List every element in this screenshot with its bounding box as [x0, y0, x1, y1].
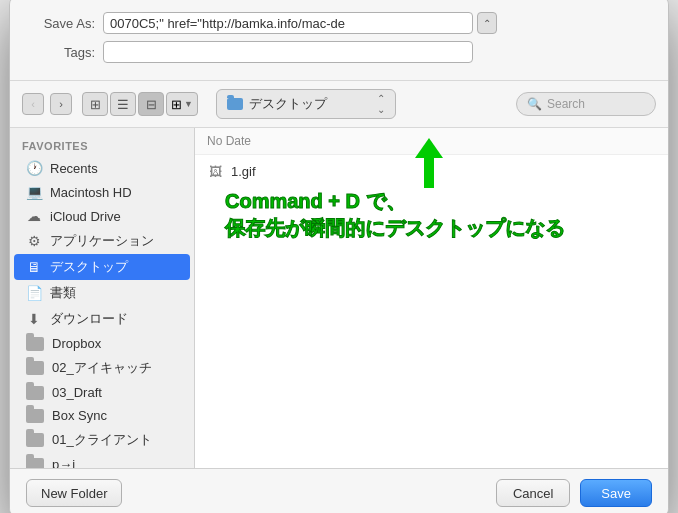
search-box[interactable]: 🔍 Search: [516, 92, 656, 116]
cancel-button[interactable]: Cancel: [496, 479, 570, 507]
save-as-row: Save As: ⌃: [30, 12, 648, 34]
file-1gif-icon: 🖼: [207, 163, 223, 179]
sidebar-item-icloud-drive[interactable]: ☁ iCloud Drive: [14, 204, 190, 228]
sidebar-item-p-j-label: p→j: [52, 457, 75, 468]
01-client-folder-icon: [26, 433, 44, 447]
sidebar-item-02-aikiyachi[interactable]: 02_アイキャッチ: [14, 355, 190, 381]
macintosh-hd-icon: 💻: [26, 184, 42, 200]
list-view-button[interactable]: ☰: [110, 92, 136, 116]
icon-view-button[interactable]: ⊞: [82, 92, 108, 116]
dialog-header: Save As: ⌃ Tags:: [10, 0, 668, 81]
column-view-button[interactable]: ⊟: [138, 92, 164, 116]
arrow-up-indicator: [415, 138, 443, 188]
sidebar-item-desktop-label: デスクトップ: [50, 258, 128, 276]
forward-button[interactable]: ›: [50, 93, 72, 115]
sidebar-item-dropbox-label: Dropbox: [52, 336, 101, 351]
toolbar: ‹ › ⊞ ☰ ⊟ ⊞ ▼ デスクトップ ⌃⌄ 🔍 Search: [10, 81, 668, 128]
desktop-icon: 🖥: [26, 259, 42, 275]
tags-row: Tags:: [30, 41, 648, 63]
sidebar-item-downloads[interactable]: ⬇ ダウンロード: [14, 306, 190, 332]
new-folder-button[interactable]: New Folder: [26, 479, 122, 507]
sidebar-item-recents[interactable]: 🕐 Recents: [14, 156, 190, 180]
sidebar-item-02-aikiyachi-label: 02_アイキャッチ: [52, 359, 152, 377]
footer-right-buttons: Cancel Save: [496, 479, 652, 507]
search-icon: 🔍: [527, 97, 542, 111]
extra-view-button[interactable]: ⊞ ▼: [166, 92, 198, 116]
icloud-drive-icon: ☁: [26, 208, 42, 224]
sidebar-item-p-j[interactable]: p→j: [14, 453, 190, 468]
save-as-label: Save As:: [30, 16, 95, 31]
location-name: デスクトップ: [249, 95, 327, 113]
02-aikiyachi-folder-icon: [26, 361, 44, 375]
main-area: Favorites 🕐 Recents 💻 Macintosh HD ☁ iCl…: [10, 128, 668, 468]
extra-view-icon: ⊞: [171, 97, 182, 112]
sidebar-section-label: Favorites: [10, 138, 194, 156]
save-button[interactable]: Save: [580, 479, 652, 507]
save-as-chevron-button[interactable]: ⌃: [477, 12, 497, 34]
view-buttons: ⊞ ☰ ⊟ ⊞ ▼: [82, 92, 198, 116]
save-dialog: Save As: ⌃ Tags: ‹ › ⊞ ☰ ⊟ ⊞ ▼ デスクトップ ⌃⌄: [9, 0, 669, 513]
p-j-folder-icon: [26, 458, 44, 469]
tags-input[interactable]: [103, 41, 473, 63]
documents-icon: 📄: [26, 285, 42, 301]
content-area: No Date 🖼 1.gif Command + D で、 保存先が瞬間的にデ…: [195, 128, 668, 468]
sidebar-item-macintosh-hd-label: Macintosh HD: [50, 185, 132, 200]
sidebar-item-01-client-label: 01_クライアント: [52, 431, 152, 449]
sidebar-item-box-sync-label: Box Sync: [52, 408, 107, 423]
arrow-shaft: [424, 158, 434, 188]
sidebar-item-documents-label: 書類: [50, 284, 76, 302]
sidebar-item-dropbox[interactable]: Dropbox: [14, 332, 190, 355]
dropbox-folder-icon: [26, 337, 44, 351]
save-as-input[interactable]: [103, 12, 473, 34]
sidebar-item-03-draft[interactable]: 03_Draft: [14, 381, 190, 404]
downloads-icon: ⬇: [26, 311, 42, 327]
sidebar-item-applications-label: アプリケーション: [50, 232, 154, 250]
location-chevron-icon: ⌃⌄: [377, 93, 385, 115]
sidebar-item-01-client[interactable]: 01_クライアント: [14, 427, 190, 453]
sidebar-item-downloads-label: ダウンロード: [50, 310, 128, 328]
file-1gif-label: 1.gif: [231, 164, 256, 179]
sidebar-item-icloud-drive-label: iCloud Drive: [50, 209, 121, 224]
sidebar-item-desktop[interactable]: 🖥 デスクトップ: [14, 254, 190, 280]
box-sync-folder-icon: [26, 409, 44, 423]
sidebar-item-recents-label: Recents: [50, 161, 98, 176]
location-selector[interactable]: デスクトップ ⌃⌄: [216, 89, 396, 119]
location-folder-icon: [227, 98, 243, 110]
sidebar-item-box-sync[interactable]: Box Sync: [14, 404, 190, 427]
search-placeholder-text: Search: [547, 97, 585, 111]
overlay-text: Command + D で、 保存先が瞬間的にデスクトップになる: [225, 188, 565, 242]
location-inner: デスクトップ: [227, 95, 327, 113]
dialog-footer: New Folder Cancel Save: [10, 468, 668, 513]
03-draft-folder-icon: [26, 386, 44, 400]
overlay-line2: 保存先が瞬間的にデスクトップになる: [225, 215, 565, 242]
sidebar: Favorites 🕐 Recents 💻 Macintosh HD ☁ iCl…: [10, 128, 195, 468]
back-button[interactable]: ‹: [22, 93, 44, 115]
sidebar-item-documents[interactable]: 📄 書類: [14, 280, 190, 306]
sidebar-item-applications[interactable]: ⚙ アプリケーション: [14, 228, 190, 254]
sidebar-item-03-draft-label: 03_Draft: [52, 385, 102, 400]
extra-view-chevron-icon: ▼: [184, 99, 193, 109]
recents-icon: 🕐: [26, 160, 42, 176]
applications-icon: ⚙: [26, 233, 42, 249]
overlay-line1: Command + D で、: [225, 188, 565, 215]
arrow-head: [415, 138, 443, 158]
tags-label: Tags:: [30, 45, 95, 60]
sidebar-item-macintosh-hd[interactable]: 💻 Macintosh HD: [14, 180, 190, 204]
